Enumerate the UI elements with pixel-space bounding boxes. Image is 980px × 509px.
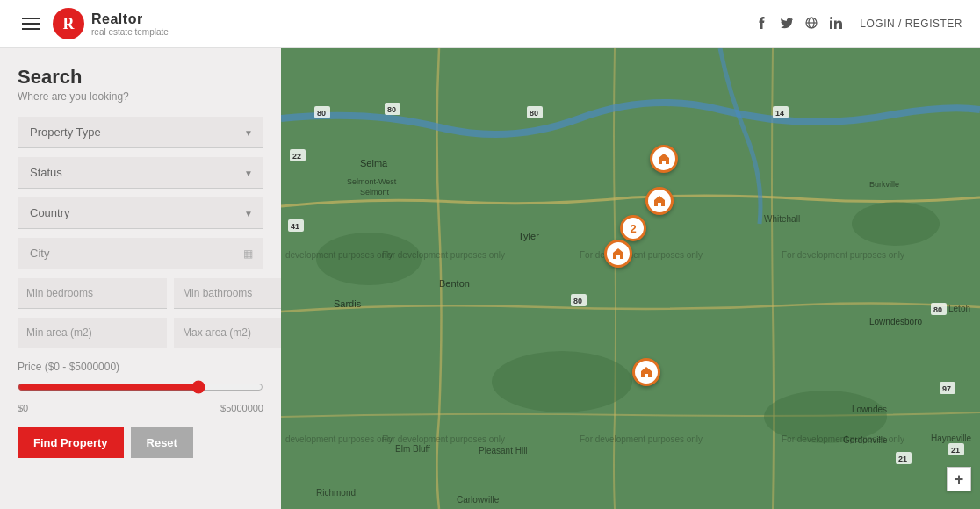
svg-rect-3 (830, 20, 832, 29)
map-background: Selma Selmont-West Selmont Tyler Benton … (281, 48, 980, 509)
globe-icon[interactable] (805, 17, 818, 32)
header-right: LOGIN / REGISTER (756, 17, 962, 32)
logo-name: Realtor (91, 11, 169, 27)
property-type-select[interactable]: Property Type (18, 117, 263, 147)
svg-text:Pleasant Hill: Pleasant Hill (479, 446, 528, 455)
svg-text:Whitehall: Whitehall (764, 214, 800, 224)
svg-text:Lowndesboro: Lowndesboro (869, 317, 922, 326)
status-dropdown[interactable]: Status ▼ (18, 157, 263, 189)
svg-text:Selmont-West: Selmont-West (347, 177, 397, 186)
status-select[interactable]: Status (18, 157, 263, 188)
city-input-icon: ▦ (243, 247, 253, 260)
price-range-labels: $0 $5000000 (18, 403, 263, 413)
marker-cluster-count: 2 (620, 215, 646, 241)
svg-text:Richmond: Richmond (316, 488, 356, 498)
country-select[interactable]: Country (18, 197, 263, 228)
min-bedrooms-input[interactable] (18, 278, 167, 309)
property-type-dropdown[interactable]: Property Type ▼ (18, 117, 263, 148)
svg-text:80: 80 (573, 297, 582, 305)
city-input[interactable] (18, 238, 263, 269)
logo-text: Realtor real estate template (91, 11, 169, 37)
map-marker-2[interactable] (645, 187, 674, 215)
max-area-input[interactable] (174, 318, 281, 348)
svg-text:Benton: Benton (439, 278, 470, 289)
svg-text:Lowndes: Lowndes (852, 405, 887, 414)
svg-point-9 (852, 202, 940, 246)
city-input-wrapper: ▦ (18, 238, 263, 269)
header: R Realtor real estate template LOGIN / R… (0, 0, 980, 48)
price-min-label: $0 (18, 403, 28, 413)
svg-text:80: 80 (317, 109, 326, 118)
bedrooms-bathrooms-row (18, 278, 263, 309)
svg-text:Selmont: Selmont (360, 188, 390, 197)
svg-text:80: 80 (387, 105, 396, 114)
svg-text:Gordonville: Gordonville (843, 435, 888, 445)
linkedin-icon[interactable] (830, 17, 842, 32)
search-title: Search (18, 66, 263, 89)
marker-house-icon-4 (632, 358, 660, 386)
price-slider[interactable] (18, 380, 263, 394)
map-marker-3[interactable] (604, 240, 632, 268)
svg-text:Letoh: Letoh (948, 304, 970, 313)
svg-text:Selma: Selma (360, 158, 388, 168)
logo-icon: R (53, 8, 84, 39)
twitter-icon[interactable] (781, 17, 793, 32)
svg-text:Tyler: Tyler (518, 231, 539, 241)
logo-container: R Realtor real estate template (53, 8, 169, 39)
facebook-icon[interactable] (756, 17, 768, 32)
marker-house-icon-3 (604, 240, 632, 268)
zoom-plus-button[interactable]: + (947, 467, 971, 491)
svg-text:97: 97 (942, 384, 951, 393)
svg-text:Hayneville: Hayneville (931, 434, 972, 443)
price-label: Price ($0 - $5000000) (18, 361, 263, 373)
min-bathrooms-input[interactable] (174, 278, 281, 309)
svg-text:Burkville: Burkville (869, 180, 899, 189)
price-max-label: $5000000 (220, 403, 263, 413)
svg-text:Sardis: Sardis (334, 298, 362, 309)
main-content: Search Where are you looking? Property T… (0, 48, 980, 509)
login-register-link[interactable]: LOGIN / REGISTER (860, 18, 962, 30)
map-container: Selma Selmont-West Selmont Tyler Benton … (281, 48, 980, 509)
area-row (18, 318, 263, 348)
svg-point-6 (316, 233, 422, 285)
svg-point-7 (492, 351, 632, 412)
map-marker-1[interactable] (650, 145, 678, 173)
hamburger-menu[interactable] (18, 13, 44, 34)
header-left: R Realtor real estate template (18, 8, 169, 39)
svg-text:14: 14 (775, 109, 784, 118)
reset-button[interactable]: Reset (131, 427, 193, 458)
search-subtitle: Where are you looking? (18, 90, 263, 103)
sidebar: Search Where are you looking? Property T… (0, 48, 281, 509)
social-icons (756, 17, 842, 32)
price-slider-container (18, 380, 263, 398)
svg-text:Elm Bluff: Elm Bluff (395, 444, 430, 454)
marker-house-icon-1 (650, 145, 678, 173)
svg-text:21: 21 (951, 446, 960, 455)
country-dropdown[interactable]: Country ▼ (18, 197, 263, 229)
min-area-input[interactable] (18, 318, 167, 348)
find-property-button[interactable]: Find Property (18, 427, 124, 458)
button-row: Find Property Reset (18, 427, 263, 458)
logo-subtitle: real estate template (91, 27, 169, 37)
svg-text:21: 21 (898, 455, 907, 463)
svg-text:80: 80 (933, 305, 942, 314)
map-marker-4[interactable] (632, 358, 660, 386)
svg-point-4 (830, 17, 832, 19)
svg-text:80: 80 (530, 109, 538, 118)
svg-text:22: 22 (292, 152, 301, 161)
svg-text:Carlowville: Carlowville (457, 495, 500, 505)
marker-house-icon-2 (645, 187, 674, 215)
svg-text:41: 41 (291, 222, 299, 231)
